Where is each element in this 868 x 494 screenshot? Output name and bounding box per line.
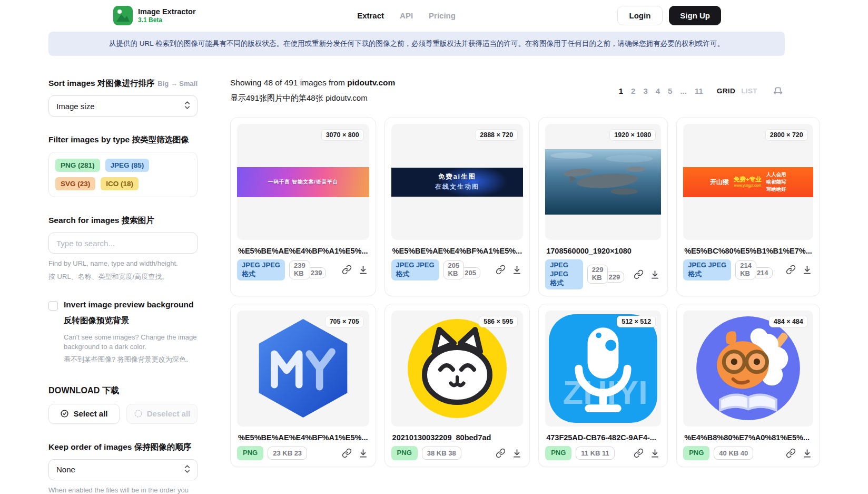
pagination-page-3[interactable]: 3: [643, 86, 647, 95]
dimension-badge: 705 × 705: [325, 316, 364, 327]
image-card[interactable]: 1920 × 1080 1708560000_1920×1080 JPEG JP…: [538, 117, 668, 296]
format-badge: JPEG JPEG格式: [237, 259, 285, 280]
image-thumbnail: [237, 311, 369, 427]
filter-badge-svg[interactable]: SVG (23): [55, 177, 95, 190]
image-filename: %E5%BC%80%E5%B1%B1%E7%...: [684, 247, 812, 255]
main-nav: ExtractAPIPricing: [357, 11, 456, 20]
filter-badge-png[interactable]: PNG (281): [55, 159, 100, 172]
download-title: DOWNLOAD 下载: [48, 385, 198, 396]
download-icon[interactable]: [649, 447, 661, 459]
copyright-notice: 从提供的 URL 检索到的图像可能具有不同的版权状态。在使用或重新分发任何下载的…: [48, 32, 785, 56]
image-meta: JPEG JPEG格式 239KB239: [237, 259, 369, 280]
copy-link-icon[interactable]: [341, 447, 353, 459]
resize-icon[interactable]: [771, 83, 785, 99]
dimension-badge: 512 × 512: [617, 316, 656, 327]
image-grid: 3070 × 800 一码千言 智能文案/语音平台 %E5%BE%AE%E4%B…: [230, 117, 785, 467]
deselect-all-button[interactable]: Deselect all: [126, 404, 198, 424]
download-icon[interactable]: [801, 264, 813, 276]
size-badge: 229KB229: [587, 265, 624, 284]
select-all-button[interactable]: Select all: [48, 404, 120, 424]
image-card[interactable]: 2888 × 720 免费ai生图在线文生动图 %E5%BE%AE%E4%BF%…: [384, 117, 530, 296]
image-preview[interactable]: 3070 × 800 一码千言 智能文案/语音平台: [237, 124, 369, 240]
image-thumbnail: [683, 311, 813, 427]
format-badge: PNG: [683, 446, 709, 460]
dimension-badge: 484 × 484: [769, 316, 808, 327]
keep-order-select-value: None: [56, 465, 75, 474]
image-card[interactable]: 484 × 484 %E4%B8%80%E7%A0%81%E5%... PNG …: [676, 304, 820, 467]
image-meta: PNG 40 KB 40: [683, 446, 813, 460]
summary-en: Showing 48 of 491 images from pidoutv.co…: [230, 78, 395, 88]
image-filename: 20210130032209_80bed7ad: [392, 433, 522, 442]
download-icon[interactable]: [649, 268, 661, 280]
dimension-badge: 2888 × 720: [475, 129, 518, 141]
app-name: Image Extractor: [138, 7, 196, 16]
format-badge: JPEG JPEG格式: [391, 259, 439, 280]
pagination-ellipsis: ...: [680, 86, 687, 95]
copy-link-icon[interactable]: [633, 447, 645, 459]
copy-link-icon[interactable]: [633, 268, 645, 280]
sort-title: Sort images 对图像进行排序: [48, 78, 155, 89]
dimension-badge: 586 × 595: [479, 316, 518, 327]
download-icon[interactable]: [511, 447, 523, 459]
image-card[interactable]: 3070 × 800 一码千言 智能文案/语音平台 %E5%BE%AE%E4%B…: [230, 117, 376, 296]
image-thumbnail: 免费ai生图在线文生动图: [391, 124, 524, 240]
image-preview[interactable]: 2800 × 720 开山猴免费+专业www.yizigpt.com人人会用啥都…: [683, 124, 813, 240]
keep-order-select[interactable]: None: [48, 459, 198, 480]
image-card[interactable]: 705 × 705 %E5%BE%AE%E4%BF%A1%E5%... PNG …: [230, 304, 376, 467]
deselect-all-label: Deselect all: [147, 409, 191, 418]
dashed-circle-icon: [134, 409, 143, 418]
copy-link-icon[interactable]: [495, 264, 507, 276]
image-card[interactable]: 586 × 595 20210130032209_80bed7ad PNG 38…: [384, 304, 530, 467]
download-icon[interactable]: [801, 447, 813, 459]
sort-select-value: Image size: [56, 102, 95, 111]
copy-link-icon[interactable]: [785, 447, 797, 459]
image-thumbnail: ZHIYI: [545, 311, 661, 427]
search-input[interactable]: [48, 233, 198, 254]
nav-item-extract[interactable]: Extract: [357, 11, 384, 20]
image-filename: %E5%BE%AE%E4%BF%A1%E5%...: [238, 433, 368, 442]
nav-item-pricing[interactable]: Pricing: [429, 11, 456, 20]
image-filename: 473F25AD-CB76-482C-9AF4-...: [546, 433, 660, 442]
filter-badge-jpeg[interactable]: JPEG (85): [105, 159, 150, 172]
thumb-dark-banner: 免费ai生图在线文生动图: [391, 168, 524, 197]
download-icon[interactable]: [357, 447, 369, 459]
pagination-page-1[interactable]: 1: [619, 86, 623, 95]
image-filename: %E4%B8%80%E7%A0%81%E5%...: [684, 433, 812, 442]
filter-badge-ico[interactable]: ICO (18): [101, 177, 139, 190]
download-icon[interactable]: [357, 264, 369, 276]
image-preview[interactable]: 1920 × 1080: [545, 124, 661, 240]
copy-link-icon[interactable]: [495, 447, 507, 459]
image-card[interactable]: 2800 × 720 开山猴免费+专业www.yizigpt.com人人会用啥都…: [676, 117, 820, 296]
sort-select[interactable]: Image size: [48, 95, 198, 117]
view-list-button[interactable]: LIST: [741, 87, 757, 95]
app-logo[interactable]: Image Extractor 3.1 Beta: [113, 6, 196, 25]
keep-order-title: Keep order of images 保持图像的顺序: [48, 442, 198, 453]
image-preview[interactable]: 2888 × 720 免费ai生图在线文生动图: [391, 124, 524, 240]
pagination-page-4[interactable]: 4: [656, 86, 660, 95]
nav-item-api[interactable]: API: [400, 11, 413, 20]
image-meta: PNG 38 KB 38: [391, 446, 524, 460]
invert-label-zh: 反转图像预览背景: [64, 315, 198, 326]
invert-background-checkbox[interactable]: [48, 301, 58, 311]
app-version: 3.1 Beta: [138, 16, 196, 24]
results-summary: Showing 48 of 491 images from pidoutv.co…: [230, 78, 395, 103]
view-grid-button[interactable]: GRID: [717, 87, 735, 95]
signup-button[interactable]: Sign Up: [669, 6, 721, 25]
copy-link-icon[interactable]: [341, 264, 353, 276]
pagination-page-11[interactable]: 11: [695, 86, 703, 95]
download-icon[interactable]: [511, 264, 523, 276]
thumb-gradient-banner: 一码千言 智能文案/语音平台: [237, 167, 369, 197]
filter-badges: PNG (281)JPEG (85)SVG (23)ICO (18): [48, 152, 198, 197]
header-actions: Login Sign Up: [617, 6, 722, 25]
size-badge: 214KB214: [735, 260, 772, 279]
login-button[interactable]: Login: [617, 6, 663, 25]
results-area: Showing 48 of 491 images from pidoutv.co…: [230, 78, 785, 467]
copy-link-icon[interactable]: [785, 264, 797, 276]
image-preview[interactable]: 512 × 512 ZHIYI: [545, 311, 661, 427]
image-preview[interactable]: 586 × 595: [391, 311, 524, 427]
pagination-page-5[interactable]: 5: [668, 86, 672, 95]
image-preview[interactable]: 705 × 705: [237, 311, 369, 427]
pagination-page-2[interactable]: 2: [631, 86, 635, 95]
image-preview[interactable]: 484 × 484: [683, 311, 813, 427]
image-card[interactable]: 512 × 512 ZHIYI 473F25AD-CB76-482C-9AF4-…: [538, 304, 668, 467]
